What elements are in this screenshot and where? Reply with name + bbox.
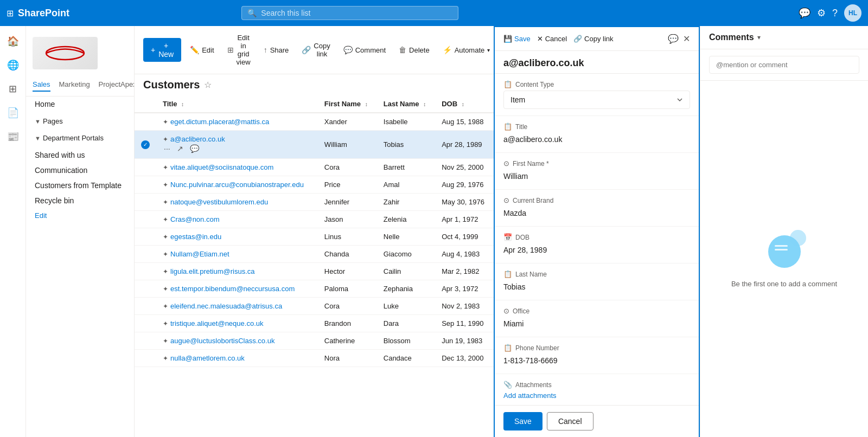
row-title-cell[interactable]: ✦tristique.aliquet@neque.co.uk <box>156 315 318 332</box>
row-check-cell[interactable] <box>135 246 156 263</box>
row-check-cell[interactable] <box>135 176 156 194</box>
row-check-cell[interactable] <box>135 113 156 131</box>
row-check-cell[interactable] <box>135 159 156 176</box>
row-check-cell[interactable] <box>135 194 156 211</box>
delete-icon: 🗑 <box>399 46 406 54</box>
row-title-cell[interactable]: ✦est.tempor.bibendum@neccursusa.com <box>156 280 318 298</box>
row-title-cell[interactable]: ✦a@aclibero.co.uk ···↗💬 <box>156 131 318 159</box>
settings-icon[interactable]: ⚙ <box>817 7 826 19</box>
add-attachments-link[interactable]: Add attachments <box>503 391 557 400</box>
row-title-cell[interactable]: ✦eget.dictum.placerat@mattis.ca <box>156 113 318 131</box>
col-title[interactable]: Title ↕ <box>156 95 318 113</box>
row-dob-cell: Dec 13, 2000 <box>435 350 494 367</box>
delete-label: Delete <box>409 46 430 54</box>
sidebar-item-dept[interactable]: ▼ Department Portals <box>26 131 134 145</box>
row-title-cell[interactable]: ✦nulla@ametlorem.co.uk <box>156 350 318 367</box>
row-dob-cell: Aug 4, 1983 <box>435 246 494 263</box>
sidebar-item-customers-template[interactable]: Customers from Template <box>26 178 134 193</box>
sidebar-item-shared[interactable]: Shared with us <box>26 147 134 163</box>
field-office: ⊙ Office Miami <box>495 300 699 337</box>
sidebar-item-home[interactable]: Home <box>26 97 134 112</box>
delete-button[interactable]: 🗑 Delete <box>394 42 434 57</box>
row-comment-button[interactable]: 💬 <box>189 143 200 154</box>
row-check-cell[interactable] <box>135 131 156 159</box>
row-dob-cell: Apr 28, 1989 <box>435 131 494 159</box>
edit-icon: ✏️ <box>190 46 199 54</box>
help-icon[interactable]: ? <box>832 8 838 19</box>
row-title-cell[interactable]: ✦Nunc.pulvinar.arcu@conubianostraper.edu <box>156 176 318 194</box>
nav-home-icon[interactable]: 🏠 <box>2 30 24 52</box>
tab-sales[interactable]: Sales <box>33 80 50 92</box>
copy-link-button[interactable]: 🔗 Copy link <box>297 38 334 61</box>
waffle-icon[interactable]: ⊞ <box>7 8 14 18</box>
row-title-cell[interactable]: ✦ligula.elit.pretium@risus.ca <box>156 263 318 280</box>
edit-button[interactable]: ✏️ Edit <box>186 42 218 57</box>
row-item-icon: ✦ <box>163 233 168 241</box>
footer-cancel-button[interactable]: Cancel <box>547 412 593 430</box>
tab-projectapex[interactable]: ProjectApex <box>99 80 135 92</box>
favorite-star-icon[interactable]: ☆ <box>204 80 212 90</box>
row-title-cell[interactable]: ✦augue@luctuslobortisClass.co.uk <box>156 332 318 350</box>
link-icon: 🔗 <box>302 46 311 54</box>
row-check-cell[interactable] <box>135 263 156 280</box>
chat-icon[interactable]: 💬 <box>799 7 810 19</box>
comments-chevron-icon[interactable]: ▾ <box>757 34 761 41</box>
sidebar-item-communication[interactable]: Communication <box>26 163 134 178</box>
row-title-cell[interactable]: ✦eleifend.nec.malesuada@atrisus.ca <box>156 298 318 315</box>
row-check-cell[interactable] <box>135 332 156 350</box>
row-check-cell[interactable] <box>135 298 156 315</box>
detail-chat-icon[interactable]: 💬 <box>668 34 679 44</box>
row-check-cell[interactable] <box>135 280 156 298</box>
sidebar-item-pages[interactable]: ▼ Pages <box>26 114 134 128</box>
lastname-label: 📋 Last Name <box>503 270 690 278</box>
nav-apps-icon[interactable]: ⊞ <box>2 78 24 100</box>
row-title-cell[interactable]: ✦vitae.aliquet@sociisnatoque.com <box>156 159 318 176</box>
detail-cancel-header-button[interactable]: ✕ Cancel <box>537 35 567 43</box>
share-button[interactable]: ↑ Share <box>259 42 293 57</box>
sidebar: Sales Marketing ProjectApex Home ▼ Pages… <box>26 26 135 437</box>
detail-save-header-button[interactable]: 💾 Save <box>503 35 531 43</box>
avatar[interactable]: HL <box>844 4 861 22</box>
list-title: Customers <box>143 79 200 91</box>
row-title-cell[interactable]: ✦Cras@non.com <box>156 211 318 228</box>
detail-close-button[interactable]: ✕ <box>683 34 690 44</box>
row-check-cell[interactable] <box>135 315 156 332</box>
col-dob[interactable]: DOB ↕ <box>435 95 494 113</box>
col-firstname[interactable]: First Name ↕ <box>318 95 377 113</box>
new-button[interactable]: + + New <box>143 38 181 62</box>
row-check-cell[interactable] <box>135 350 156 367</box>
row-firstname-cell: Price <box>318 176 377 194</box>
select-all-header[interactable] <box>135 95 156 113</box>
footer-save-button[interactable]: Save <box>503 412 542 430</box>
field-lastname: 📋 Last Name Tobias <box>495 264 699 300</box>
row-dob-cell: Nov 25, 2000 <box>435 159 494 176</box>
edit-grid-button[interactable]: ⊞ Edit in grid view <box>223 30 255 69</box>
content-type-select[interactable]: Item Document Folder <box>503 91 690 109</box>
row-check-cell[interactable] <box>135 211 156 228</box>
row-title-cell[interactable]: ✦natoque@vestibulumlorem.edu <box>156 194 318 211</box>
comment-button[interactable]: 💬 Comment <box>339 42 390 57</box>
tab-marketing[interactable]: Marketing <box>59 80 90 92</box>
row-item-icon: ✦ <box>163 118 168 126</box>
row-title-cell[interactable]: ✦egestas@in.edu <box>156 228 318 246</box>
sidebar-item-edit[interactable]: Edit <box>26 208 134 223</box>
row-share-button[interactable]: ↗ <box>176 143 184 154</box>
nav-feed-icon[interactable]: 📰 <box>2 126 24 147</box>
sidebar-item-recycle[interactable]: Recycle bin <box>26 193 134 208</box>
row-dob-cell: Aug 29, 1976 <box>435 176 494 194</box>
brand-label: ⊙ Current Brand <box>503 196 690 204</box>
grid-icon: ⊞ <box>227 46 234 54</box>
row-title-cell[interactable]: ✦Nullam@Etiam.net <box>156 246 318 263</box>
detail-copylink-button[interactable]: 🔗 Copy link <box>573 35 613 43</box>
col-lastname[interactable]: Last Name ↕ <box>377 95 435 113</box>
office-icon: ⊙ <box>503 307 509 315</box>
top-bar-right: 💬 ⚙ ? HL <box>799 4 861 22</box>
nav-sites-icon[interactable]: 🌐 <box>2 54 24 76</box>
search-input[interactable] <box>261 9 452 17</box>
comments-input[interactable] <box>709 56 859 74</box>
row-more-button[interactable]: ··· <box>163 143 171 154</box>
nav-create-icon[interactable]: 📄 <box>2 102 24 124</box>
content-type-label: 📋 Content Type <box>503 80 690 88</box>
automate-button[interactable]: ⚡ Automate ▾ <box>438 42 494 57</box>
row-check-cell[interactable] <box>135 228 156 246</box>
